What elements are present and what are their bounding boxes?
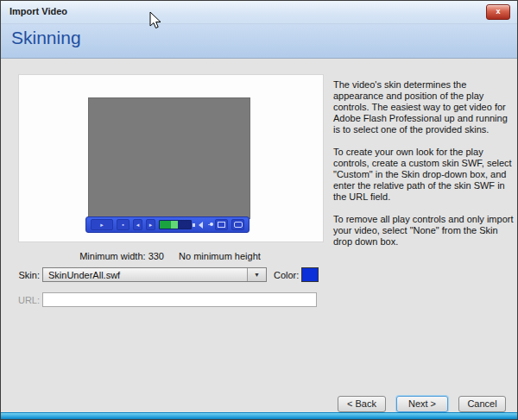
chevron-down-icon[interactable]: ▼ [247, 268, 266, 281]
seek-bar [159, 220, 192, 229]
skin-color-swatch[interactable] [301, 267, 319, 282]
cancel-button[interactable]: Cancel [458, 396, 506, 412]
volume-slider [208, 224, 210, 225]
info-paragraph: To create your own look for the play con… [333, 147, 516, 203]
skin-dropdown-value: SkinUnderAll.swf [48, 270, 120, 280]
play-icon: ▸ [100, 221, 104, 229]
title-bar[interactable]: Import Video x [1, 1, 517, 24]
next-button[interactable]: Next > [396, 396, 448, 412]
minimum-height-label: No minimum height [179, 251, 261, 261]
info-paragraph: The video's skin determines the appearan… [333, 79, 516, 135]
seek-bar-playhead [171, 221, 178, 229]
info-paragraph: To remove all play controls and only imp… [333, 214, 516, 248]
fullscreen-button [215, 219, 228, 230]
info-panel: The video's skin determines the appearan… [333, 79, 516, 259]
volume-slider-handle [210, 223, 213, 226]
window-title: Import Video [9, 6, 67, 16]
caption-icon [234, 222, 243, 228]
close-button[interactable]: x [486, 4, 510, 20]
play-button: ▸ [91, 219, 113, 230]
video-placeholder [88, 97, 250, 219]
url-label: URL: [17, 295, 40, 305]
window-bottom-edge [1, 412, 517, 420]
skin-label: Skin: [17, 270, 40, 280]
minimum-size-row: Minimum width: 330 No minimum height [18, 251, 322, 261]
page-title: Skinning [1, 24, 517, 48]
skin-preview-panel: ▸ ▪ ◂ ▸ [18, 74, 324, 242]
url-input[interactable] [42, 292, 317, 307]
skin-dropdown[interactable]: SkinUnderAll.swf ▼ [42, 267, 267, 282]
color-label: Color: [274, 270, 299, 280]
fullscreen-icon [218, 222, 225, 228]
stop-button: ▪ [117, 219, 130, 230]
import-video-dialog: Import Video x Skinning ▸ ▪ ◂ [0, 0, 518, 420]
forward-button: ▸ [146, 219, 155, 230]
rewind-icon: ◂ [136, 221, 140, 229]
volume-icon [195, 222, 203, 229]
forward-icon: ▸ [149, 221, 153, 229]
player-skin-preview: ▸ ▪ ◂ ▸ [85, 216, 250, 233]
rewind-button: ◂ [133, 219, 142, 230]
close-icon: x [496, 7, 500, 16]
content-area: ▸ ▪ ◂ ▸ [1, 59, 517, 412]
stop-icon: ▪ [122, 221, 123, 229]
wizard-step-header: Skinning [1, 24, 517, 59]
back-button[interactable]: < Back [338, 396, 386, 412]
minimum-width-label: Minimum width: 330 [79, 251, 164, 261]
caption-button [231, 219, 244, 230]
